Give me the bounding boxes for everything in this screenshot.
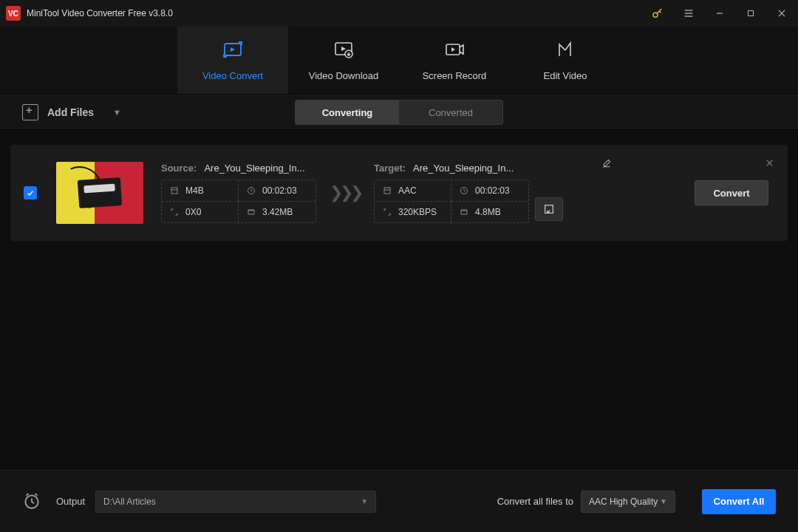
tab-label: Edit Video: [543, 70, 587, 81]
titlebar: VC MiniTool Video Converter Free v3.8.0: [0, 0, 798, 27]
edit-video-icon: [555, 39, 576, 60]
source-size: 3.42MB: [262, 207, 293, 217]
source-resolution: 0X0: [185, 207, 201, 217]
chevron-down-icon: ▼: [361, 497, 368, 505]
menu-icon[interactable]: [678, 3, 699, 24]
toolbar: Add Files ▼ Converting Converted: [0, 95, 798, 130]
target-filename: Are_You_Sleeping_In...: [413, 163, 514, 174]
chevron-down-icon: ▼: [660, 497, 667, 505]
item-checkbox[interactable]: [24, 186, 37, 200]
file-list: Source: Are_You_Sleeping_In... M4B 00:02…: [0, 130, 798, 470]
add-files-button[interactable]: Add Files ▼: [22, 104, 121, 120]
output-label: Output: [56, 496, 85, 507]
resolution-icon: [169, 207, 180, 217]
file-item: Source: Are_You_Sleeping_In... M4B 00:02…: [10, 145, 788, 241]
tab-video-download[interactable]: Video Download: [288, 27, 399, 94]
source-duration: 00:02:03: [262, 185, 297, 196]
close-icon[interactable]: [771, 3, 792, 24]
target-duration: 00:02:03: [475, 185, 510, 196]
app-title: MiniTool Video Converter Free v3.8.0: [27, 8, 173, 18]
svg-marker-9: [231, 47, 235, 52]
tab-screen-record[interactable]: Screen Record: [399, 27, 510, 94]
svg-marker-14: [451, 47, 455, 52]
download-icon: [332, 39, 355, 60]
segment-converted[interactable]: Converted: [399, 100, 502, 124]
maximize-icon[interactable]: [740, 3, 761, 24]
output-path-select[interactable]: D:\All Articles ▼: [95, 491, 376, 513]
chevron-down-icon[interactable]: ▼: [113, 108, 121, 117]
clock-icon: [246, 185, 256, 196]
format-icon: [382, 185, 392, 196]
preview-button[interactable]: [535, 197, 563, 221]
status-segment: Converting Converted: [295, 100, 503, 125]
svg-rect-15: [171, 188, 177, 194]
segment-converting[interactable]: Converting: [296, 100, 399, 124]
edit-target-icon[interactable]: [601, 158, 612, 168]
format-icon: [169, 185, 180, 196]
target-size: 4.8MB: [475, 207, 501, 217]
output-format-select[interactable]: AAC High Quality ▼: [581, 491, 675, 513]
target-format: AAC: [398, 185, 417, 196]
remove-item-icon[interactable]: [765, 158, 774, 168]
arrow-icon: ❯❯❯: [330, 183, 361, 202]
target-block: Target: Are_You_Sleeping_In... AAC 00:02…: [374, 163, 563, 223]
output-format-value: AAC High Quality: [589, 497, 658, 507]
size-icon: [246, 207, 256, 217]
output-path-value: D:\All Articles: [103, 497, 156, 507]
source-filename: Are_You_Sleeping_In...: [204, 163, 304, 174]
svg-rect-21: [545, 205, 553, 214]
convert-icon: [222, 39, 244, 60]
source-label: Source:: [161, 163, 197, 174]
source-info-grid: M4B 00:02:03 0X0 3.42MB: [161, 180, 316, 223]
record-icon: [443, 39, 466, 60]
app-logo: VC: [6, 6, 21, 21]
source-block: Source: Are_You_Sleeping_In... M4B 00:02…: [161, 163, 316, 223]
convert-all-button[interactable]: Convert All: [702, 489, 776, 514]
minimize-icon[interactable]: [709, 3, 730, 24]
target-bitrate: 320KBPS: [398, 207, 437, 217]
svg-marker-11: [341, 47, 346, 51]
tab-video-convert[interactable]: Video Convert: [177, 27, 288, 94]
tab-edit-video[interactable]: Edit Video: [510, 27, 621, 94]
size-icon: [459, 207, 469, 217]
clock-icon: [459, 185, 469, 196]
add-file-icon: [22, 104, 38, 120]
target-info-grid: AAC 00:02:03 320KBPS 4.8MB: [374, 180, 529, 223]
add-files-label: Add Files: [47, 106, 94, 118]
tab-label: Video Download: [309, 70, 378, 81]
footer: Output D:\All Articles ▼ Convert all fil…: [0, 470, 798, 532]
schedule-icon[interactable]: [22, 491, 43, 512]
key-icon[interactable]: [647, 3, 668, 24]
source-format: M4B: [185, 185, 204, 196]
svg-rect-18: [384, 188, 390, 194]
bitrate-icon: [382, 207, 392, 217]
convert-button[interactable]: Convert: [695, 180, 768, 205]
tab-label: Video Convert: [202, 70, 263, 81]
tab-label: Screen Record: [423, 70, 487, 81]
svg-rect-5: [748, 11, 754, 16]
main-tabs: Video Convert Video Download Screen Reco…: [0, 27, 798, 95]
convert-all-label: Convert all files to: [497, 496, 573, 507]
item-thumbnail: [56, 162, 143, 224]
target-label: Target:: [374, 163, 406, 174]
